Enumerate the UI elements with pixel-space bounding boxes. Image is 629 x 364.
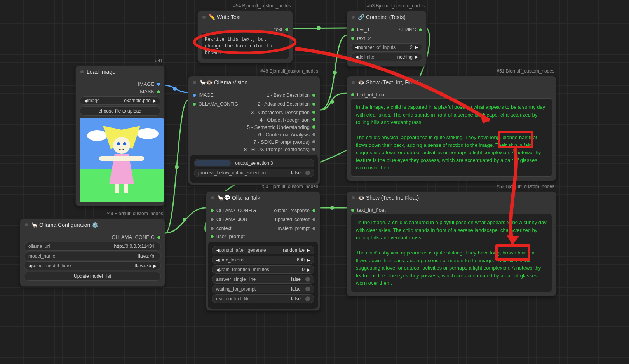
node-tag: #53 Bjornulf_custom_nodes	[367, 3, 425, 9]
widget-number-of-inputs[interactable]: ◀ number_of_inputs 2 ▶	[351, 43, 422, 52]
port-label: OLLAMA_CONFIG	[216, 207, 256, 214]
upload-button[interactable]: choose file to upload	[80, 106, 160, 116]
output-port[interactable]	[312, 125, 316, 129]
node-write-text[interactable]: #54 Bjornulf_custom_nodes ✏️ Write Text …	[197, 10, 293, 63]
image-preview	[80, 118, 164, 202]
text-input[interactable]: Rewrite this text, but change the hair c…	[202, 33, 289, 59]
chevron-left-icon[interactable]: ◀	[355, 45, 358, 50]
output-port[interactable]	[312, 147, 316, 151]
widget-max-tokens[interactable]: ◀ max_tokens 600 ▶	[212, 256, 314, 264]
port-label: 1 - Basic Description	[267, 92, 310, 99]
widget-model-name[interactable]: model_name llava:7b	[24, 252, 161, 260]
node-header[interactable]: 👁️ Show (Text, Int, Float)	[347, 76, 556, 89]
collapse-icon[interactable]	[193, 81, 196, 84]
svg-point-13	[123, 142, 126, 145]
chevron-left-icon[interactable]: ◀	[28, 263, 31, 268]
widget-waiting-for-prompt[interactable]: waiting_for_prompt false	[212, 285, 314, 293]
node-ollama-vision[interactable]: #48 Bjornulf_custom_nodes 🦙👁️ Ollama Vis…	[188, 76, 320, 185]
widget-use-context-file[interactable]: use_context_file false	[212, 294, 314, 303]
chevron-right-icon[interactable]: ▶	[153, 263, 157, 268]
collapse-icon[interactable]	[211, 196, 214, 199]
input-port[interactable]	[210, 226, 214, 230]
chevron-right-icon[interactable]: ▶	[415, 45, 418, 50]
node-show-1[interactable]: #51 Bjornulf_custom_nodes 👁️ Show (Text,…	[347, 76, 556, 181]
output-port[interactable]	[312, 140, 316, 144]
output-port[interactable]	[312, 110, 316, 114]
chevron-right-icon[interactable]: ▶	[153, 98, 156, 103]
widget-output-selection[interactable]: output_selection 3	[194, 159, 314, 167]
port-label: 6 - Contextual Analysis	[258, 132, 310, 138]
input-port[interactable]	[210, 235, 214, 239]
chevron-left-icon[interactable]: ◀	[216, 267, 219, 272]
collapse-icon[interactable]	[202, 16, 206, 19]
output-port[interactable]	[312, 118, 316, 122]
toggle-icon[interactable]	[305, 171, 310, 175]
chevron-left-icon[interactable]: ◀	[216, 248, 219, 253]
output-port[interactable]	[285, 28, 289, 31]
node-header[interactable]: Load Image	[76, 66, 164, 78]
node-combine[interactable]: #53 Bjornulf_custom_nodes 🔗 Combine (Tex…	[347, 10, 427, 67]
input-port[interactable]	[210, 218, 214, 221]
input-port[interactable]	[210, 209, 214, 212]
output-port[interactable]	[312, 218, 316, 221]
collapse-icon[interactable]	[352, 81, 355, 84]
output-port[interactable]	[312, 132, 316, 136]
chevron-left-icon[interactable]: ◀	[84, 98, 87, 103]
output-port[interactable]	[418, 28, 422, 32]
widget-delimiter[interactable]: ◀ delimiter nothing ▶	[351, 53, 422, 61]
port-label: 4 - Object Recognition	[260, 117, 310, 123]
show-text-content: In the image, a child is captured in a p…	[351, 214, 552, 292]
widget-vram-retention[interactable]: ◀ vram_retention_minutes 0 ▶	[212, 265, 314, 274]
chevron-right-icon[interactable]: ▶	[307, 267, 310, 272]
output-port[interactable]	[312, 93, 316, 97]
widget-process-below[interactable]: process_below_output_selection false	[194, 169, 314, 177]
update-model-list-button[interactable]: Update model_list	[24, 272, 161, 281]
widget-control-after-generate[interactable]: ◀ control_after_generate randomize ▶	[212, 246, 314, 254]
node-tag: #50 Bjornulf_custom_nodes	[260, 184, 318, 189]
chevron-left-icon[interactable]: ◀	[216, 258, 219, 263]
widget-answer-single-line[interactable]: answer_single_line false	[212, 275, 314, 284]
collapse-icon[interactable]	[352, 196, 355, 199]
output-port[interactable]	[312, 209, 316, 212]
input-port-config[interactable]	[192, 102, 196, 106]
node-header[interactable]: 🦙👁️ Ollama Vision	[188, 76, 320, 89]
output-port[interactable]	[312, 226, 316, 230]
node-header[interactable]: 🦙 Ollama Configuration ⚙️	[20, 219, 165, 231]
port-label: text_1	[357, 27, 370, 33]
widget-image-select[interactable]: ◀ image example.png ▶	[80, 96, 160, 105]
toggle-icon[interactable]	[305, 287, 310, 291]
node-ollama-talk[interactable]: #50 Bjornulf_custom_nodes 🦙💬 Ollama Talk…	[206, 191, 320, 311]
chevron-right-icon[interactable]: ▶	[307, 258, 310, 263]
svg-point-2	[330, 100, 334, 104]
input-port[interactable]	[351, 208, 355, 212]
node-header[interactable]: 👁️ Show (Text, Int, Float)	[347, 192, 556, 204]
chevron-left-icon[interactable]: ◀	[355, 54, 358, 59]
collapse-icon[interactable]	[80, 70, 84, 73]
widget-ollama-url[interactable]: ollama_url http://0.0.0.0:11434	[24, 242, 161, 251]
node-ollama-config[interactable]: #49 Bjornulf_custom_nodes 🦙 Ollama Confi…	[20, 218, 165, 287]
toggle-icon[interactable]	[305, 296, 310, 301]
node-header[interactable]: 🔗 Combine (Texts)	[347, 11, 426, 23]
port-label: 5 - Semantic Understanding	[247, 124, 310, 130]
chevron-right-icon[interactable]: ▶	[307, 248, 310, 253]
node-header[interactable]: ✏️ Write Text	[198, 11, 293, 23]
output-port[interactable]	[157, 235, 161, 239]
node-header[interactable]: 🦙💬 Ollama Talk	[206, 192, 320, 204]
output-port[interactable]	[312, 102, 316, 106]
output-port-mask[interactable]	[157, 90, 160, 94]
collapse-icon[interactable]	[352, 16, 355, 19]
input-port[interactable]	[351, 93, 355, 97]
collapse-icon[interactable]	[25, 223, 28, 226]
input-port-text2[interactable]	[351, 36, 355, 40]
node-load-image[interactable]: #41 Load Image IMAGE MASK ◀ image exampl…	[75, 65, 165, 206]
port-label: 2 - Advanced Description	[258, 101, 310, 108]
svg-point-1	[317, 26, 321, 30]
port-label: OLLAMA_CONFIG	[199, 101, 238, 108]
node-show-2[interactable]: #52 Bjornulf_custom_nodes 👁️ Show (Text,…	[347, 191, 556, 296]
input-port-text1[interactable]	[351, 28, 355, 32]
chevron-right-icon[interactable]: ▶	[415, 54, 418, 59]
output-port-image[interactable]	[157, 82, 160, 86]
toggle-icon[interactable]	[305, 277, 310, 282]
input-port-image[interactable]	[192, 93, 196, 97]
widget-select-model[interactable]: ◀ select_model_here llava:7b ▶	[24, 261, 161, 270]
